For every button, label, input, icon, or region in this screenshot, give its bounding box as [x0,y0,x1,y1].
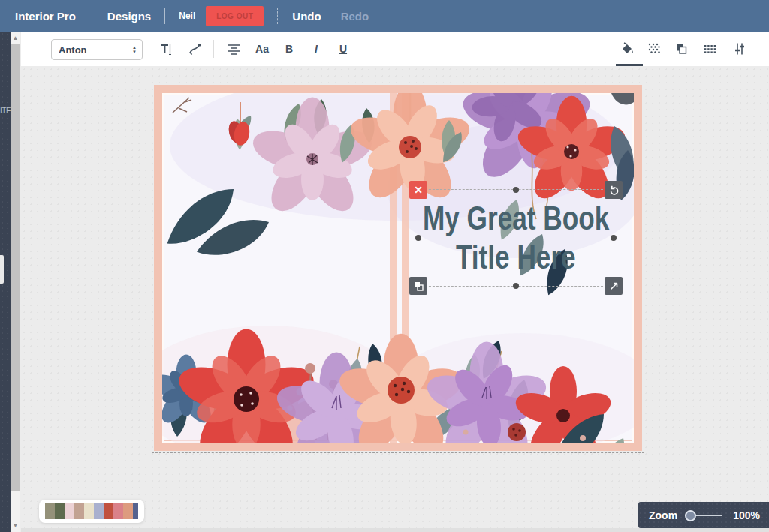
palette-swatch[interactable] [104,503,113,519]
palette-swatch[interactable] [45,503,55,519]
font-family-select[interactable]: Anton ▲▼ [51,39,143,60]
rotate-icon [608,185,620,196]
title-line-2: Title Here [456,236,576,278]
top-navbar: Interior Pro Designs Neil LOG OUT Undo R… [0,0,769,32]
insert-text-button[interactable] [155,38,177,60]
color-palette [39,500,144,523]
logout-button[interactable]: LOG OUT [206,6,264,26]
curve-text-button[interactable] [183,38,206,60]
font-case-icon: Aa [255,43,269,55]
zoom-value: 100% [733,509,760,521]
rotate-handle[interactable] [605,181,623,199]
zoom-slider[interactable] [685,510,725,521]
curve-pen-icon [188,42,202,56]
pattern-fill-icon [647,41,662,56]
underline-icon: U [339,43,347,55]
design-workspace: My Great Book Title Here ✕ [21,66,769,532]
zoom-slider-knob[interactable] [685,510,696,521]
palette-swatch[interactable] [113,503,123,519]
undo-button[interactable]: Undo [292,10,321,23]
brand-link[interactable]: Interior Pro [15,10,76,23]
scrollbar-thumb[interactable] [11,44,20,491]
selected-text-element[interactable]: My Great Book Title Here ✕ [418,189,614,287]
clipped-panel-label: ITE, [0,107,11,115]
bottom-mid-handle[interactable] [513,283,519,289]
adjust-sliders-icon [732,41,747,56]
palette-swatch[interactable] [84,503,94,519]
navbar-divider [164,8,165,24]
delete-handle[interactable]: ✕ [409,181,427,199]
palette-swatch[interactable] [94,503,104,519]
fill-color-tab[interactable] [616,38,638,60]
text-insert-icon [159,42,173,56]
scroll-down-arrow-icon[interactable]: ▼ [11,521,20,530]
palette-swatch[interactable] [65,503,74,519]
grid-dots-icon [702,41,717,56]
bold-icon: B [285,43,293,55]
underline-button[interactable]: U [332,38,354,60]
panel-expand-tab[interactable] [0,255,4,284]
adjust-button[interactable] [728,38,751,60]
app-root: Interior Pro Designs Neil LOG OUT Undo R… [0,0,769,532]
font-case-button[interactable]: Aa [251,38,273,60]
layers-button[interactable] [670,38,692,60]
horizontal-scrollbar[interactable] [21,528,769,532]
palette-swatch[interactable] [123,503,133,519]
font-name-value: Anton [52,44,132,56]
fill-bucket-icon [620,41,635,56]
left-mid-handle[interactable] [415,235,421,241]
text-align-button[interactable] [222,38,245,60]
resize-arrow-icon [608,281,620,292]
resize-handle[interactable] [605,277,623,295]
palette-swatch[interactable] [55,503,65,519]
select-stepper-icon: ▲▼ [132,45,137,54]
scroll-up-arrow-icon[interactable]: ▲ [11,33,20,43]
username-label: Neil [179,11,195,21]
zoom-label: Zoom [649,509,677,521]
bold-button[interactable]: B [278,38,300,60]
title-line-1: My Great Book [423,197,609,239]
book-title-text[interactable]: My Great Book Title Here [418,190,614,286]
layer-order-handle[interactable] [409,277,427,295]
italic-icon: I [315,43,318,55]
toolbar-divider [213,40,214,58]
top-mid-handle[interactable] [513,187,519,193]
zoom-control: Zoom 100% [638,502,769,528]
zoom-slider-track[interactable] [692,515,722,516]
pattern-fill-button[interactable] [643,38,665,60]
redo-button[interactable]: Redo [341,10,369,23]
format-toolbar: Anton ▲▼ Aa B [21,32,769,67]
align-lines-icon [227,42,241,56]
palette-swatch[interactable] [133,503,138,519]
navbar-divider [277,8,279,24]
palette-swatch[interactable] [74,503,84,519]
vertical-scrollbar[interactable]: ▲ ▼ [11,32,20,532]
grid-button[interactable] [698,38,721,60]
italic-button[interactable]: I [305,38,327,60]
right-mid-handle[interactable] [611,235,617,241]
layers-copy-icon [674,41,689,56]
nav-designs[interactable]: Designs [107,10,151,23]
layers-icon [413,281,424,292]
